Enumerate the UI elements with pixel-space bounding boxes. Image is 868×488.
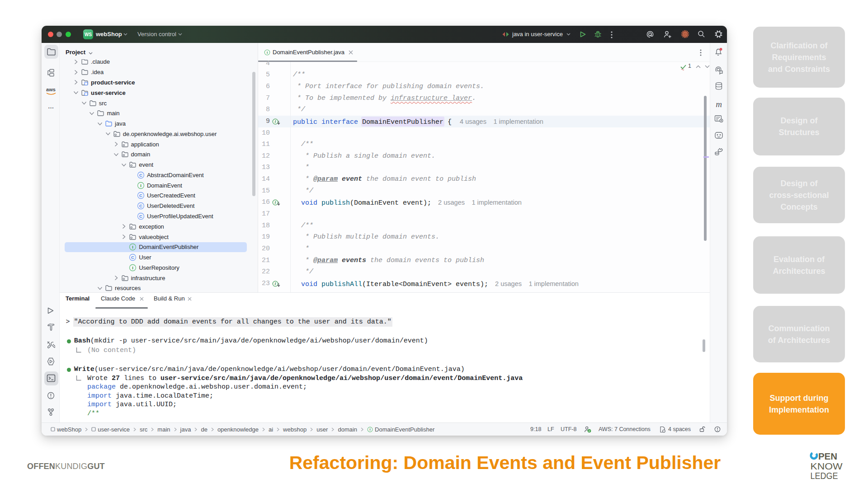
svg-text:KNOW: KNOW <box>811 461 843 471</box>
svg-text:I: I <box>132 244 133 249</box>
svg-text:C: C <box>139 203 142 208</box>
svg-text:C: C <box>131 255 134 260</box>
svg-text:I: I <box>267 51 268 55</box>
svg-text:LEDGE: LEDGE <box>811 470 838 481</box>
svg-text:I: I <box>370 427 371 432</box>
svg-text:I: I <box>140 183 142 188</box>
svg-text:C: C <box>139 193 142 198</box>
svg-text:C: C <box>139 214 142 219</box>
svg-text:C: C <box>139 173 142 178</box>
svg-text:I: I <box>132 265 133 270</box>
svg-text:PEN: PEN <box>818 452 837 461</box>
